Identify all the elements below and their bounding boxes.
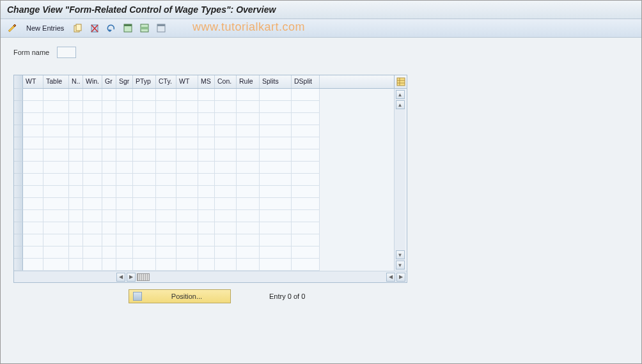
table-cell[interactable] — [176, 210, 198, 222]
table-cell[interactable] — [156, 174, 176, 186]
row-selector[interactable] — [14, 101, 23, 113]
table-cell[interactable] — [198, 137, 215, 149]
table-cell[interactable] — [260, 149, 292, 162]
table-cell[interactable] — [102, 210, 116, 222]
table-cell[interactable] — [23, 113, 43, 125]
table-cell[interactable] — [23, 234, 43, 246]
table-cell[interactable] — [215, 149, 237, 162]
table-cell[interactable] — [43, 186, 69, 198]
table-cell[interactable] — [83, 198, 102, 210]
table-cell[interactable] — [292, 101, 320, 113]
delete-icon[interactable] — [88, 22, 101, 34]
table-cell[interactable] — [215, 222, 237, 234]
table-cell[interactable] — [176, 234, 198, 246]
table-cell[interactable] — [156, 186, 176, 198]
table-cell[interactable] — [260, 259, 292, 271]
table-cell[interactable] — [102, 174, 116, 186]
table-cell[interactable] — [116, 125, 133, 137]
table-cell[interactable] — [198, 174, 215, 186]
table-cell[interactable] — [156, 198, 176, 210]
table-cell[interactable] — [292, 89, 320, 101]
table-cell[interactable] — [215, 259, 237, 271]
table-cell[interactable] — [116, 101, 133, 113]
table-cell[interactable] — [102, 125, 116, 137]
table-cell[interactable] — [43, 259, 69, 271]
table-cell[interactable] — [198, 101, 215, 113]
table-cell[interactable] — [69, 246, 83, 259]
deselect-all-icon[interactable] — [155, 22, 168, 34]
table-cell[interactable] — [237, 234, 260, 246]
table-cell[interactable] — [156, 162, 176, 174]
column-header[interactable]: CTy. — [156, 75, 176, 88]
table-cell[interactable] — [23, 174, 43, 186]
table-cell[interactable] — [198, 113, 215, 125]
column-header[interactable]: Table — [43, 75, 69, 88]
table-cell[interactable] — [133, 198, 156, 210]
column-header[interactable]: PTyp — [133, 75, 156, 88]
table-cell[interactable] — [156, 89, 176, 101]
table-cell[interactable] — [237, 174, 260, 186]
table-cell[interactable] — [23, 162, 43, 174]
table-cell[interactable] — [69, 198, 83, 210]
table-cell[interactable] — [292, 259, 320, 271]
column-header[interactable]: Rule — [237, 75, 260, 88]
table-cell[interactable] — [102, 162, 116, 174]
table-cell[interactable] — [198, 149, 215, 162]
table-cell[interactable] — [83, 113, 102, 125]
table-cell[interactable] — [102, 89, 116, 101]
table-cell[interactable] — [83, 89, 102, 101]
table-cell[interactable] — [83, 210, 102, 222]
table-cell[interactable] — [23, 198, 43, 210]
table-cell[interactable] — [133, 162, 156, 174]
table-cell[interactable] — [176, 174, 198, 186]
table-cell[interactable] — [43, 222, 69, 234]
horizontal-scrollbar[interactable]: ◀ ▶ ◀ ▶ — [14, 271, 407, 282]
scroll-right-icon[interactable]: ▶ — [127, 273, 136, 282]
column-header[interactable]: Gr — [102, 75, 116, 88]
table-cell[interactable] — [176, 259, 198, 271]
table-cell[interactable] — [23, 137, 43, 149]
table-cell[interactable] — [237, 149, 260, 162]
scroll-left-icon[interactable]: ◀ — [116, 273, 125, 282]
table-cell[interactable] — [133, 149, 156, 162]
table-cell[interactable] — [260, 210, 292, 222]
table-cell[interactable] — [176, 89, 198, 101]
table-cell[interactable] — [69, 162, 83, 174]
vertical-scrollbar[interactable]: ▲ ▲ ▼ ▼ — [394, 89, 405, 271]
table-cell[interactable] — [83, 259, 102, 271]
row-selector[interactable] — [14, 259, 23, 271]
table-cell[interactable] — [176, 246, 198, 259]
table-cell[interactable] — [43, 162, 69, 174]
table-cell[interactable] — [292, 137, 320, 149]
undo-icon[interactable] — [105, 22, 118, 34]
table-cell[interactable] — [43, 137, 69, 149]
table-cell[interactable] — [292, 234, 320, 246]
table-cell[interactable] — [198, 162, 215, 174]
table-cell[interactable] — [215, 210, 237, 222]
table-cell[interactable] — [260, 234, 292, 246]
table-cell[interactable] — [116, 234, 133, 246]
table-cell[interactable] — [215, 125, 237, 137]
table-cell[interactable] — [23, 149, 43, 162]
table-cell[interactable] — [156, 101, 176, 113]
row-selector[interactable] — [14, 137, 23, 149]
scroll-up-icon[interactable]: ▲ — [396, 90, 405, 99]
table-cell[interactable] — [83, 222, 102, 234]
table-cell[interactable] — [215, 186, 237, 198]
table-cell[interactable] — [133, 186, 156, 198]
table-cell[interactable] — [102, 259, 116, 271]
table-cell[interactable] — [102, 222, 116, 234]
table-cell[interactable] — [43, 198, 69, 210]
table-cell[interactable] — [116, 89, 133, 101]
table-cell[interactable] — [176, 101, 198, 113]
table-cell[interactable] — [133, 125, 156, 137]
table-cell[interactable] — [237, 137, 260, 149]
table-cell[interactable] — [156, 210, 176, 222]
table-cell[interactable] — [237, 210, 260, 222]
scroll-left-icon[interactable]: ◀ — [386, 273, 395, 282]
table-cell[interactable] — [156, 246, 176, 259]
table-cell[interactable] — [292, 125, 320, 137]
table-cell[interactable] — [237, 113, 260, 125]
table-cell[interactable] — [133, 113, 156, 125]
select-all-icon[interactable] — [121, 22, 134, 34]
